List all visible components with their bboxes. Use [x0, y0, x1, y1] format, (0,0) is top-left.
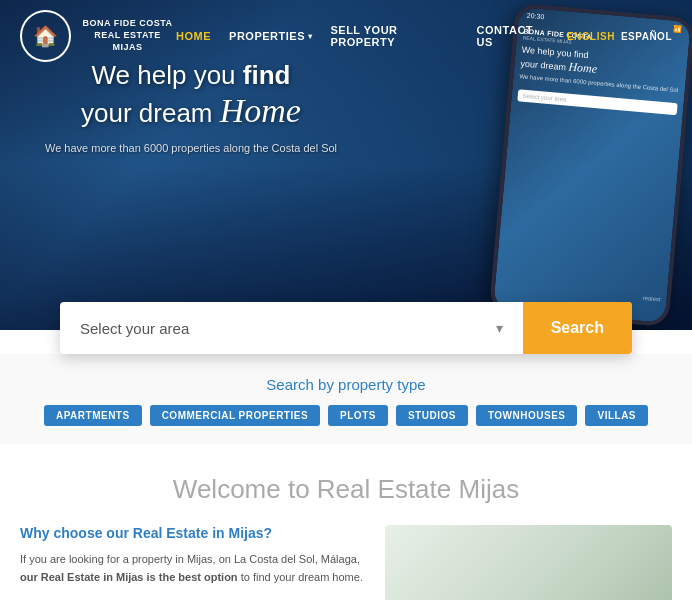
tag-commercial[interactable]: COMMERCIAL PROPERTIES: [150, 405, 320, 426]
lang-english[interactable]: ENGLISH: [567, 31, 615, 42]
nav-home[interactable]: HOME: [176, 30, 211, 42]
lang-spanish[interactable]: ESPAÑOL: [621, 31, 672, 42]
tag-townhouses[interactable]: TOWNHOUSES: [476, 405, 578, 426]
search-button[interactable]: Search: [523, 302, 632, 354]
welcome-para1: If you are looking for a property in Mij…: [20, 551, 365, 586]
area-select[interactable]: Select your area ▾: [60, 302, 523, 354]
logo[interactable]: 🏠 BONA FIDE COSTA REAL ESTATE MIJAS: [20, 10, 176, 62]
logo-icon: 🏠: [20, 10, 71, 62]
welcome-heading: Welcome to Real Estate Mijas: [20, 474, 672, 505]
property-type-heading: Search by property type: [20, 376, 672, 393]
chevron-down-icon: ▾: [308, 32, 313, 41]
nav-properties[interactable]: PROPERTIES ▾: [229, 30, 312, 42]
nav-links: HOME PROPERTIES ▾ SELL YOUR PROPERTY CON…: [176, 24, 672, 48]
logo-text: BONA FIDE COSTA REAL ESTATE MIJAS: [79, 18, 176, 53]
tag-studios[interactable]: STUDIOS: [396, 405, 468, 426]
welcome-text: Why choose our Real Estate in Mijas? If …: [20, 525, 365, 600]
property-type-section: Search by property type APARTMENTS COMME…: [0, 354, 692, 444]
hero-section: 🏠 BONA FIDE COSTA REAL ESTATE MIJAS HOME…: [0, 0, 692, 330]
nav-sell[interactable]: SELL YOUR PROPERTY: [330, 24, 458, 48]
tag-apartments[interactable]: APARTMENTS: [44, 405, 142, 426]
tag-villas[interactable]: VILLAS: [585, 405, 648, 426]
language-switcher: ENGLISH ESPAÑOL: [567, 31, 672, 42]
welcome-para2: We have a team of highly qualified profe…: [20, 596, 365, 600]
hero-content: We help you find your dream Home We have…: [30, 60, 352, 154]
hero-subtitle: We have more than 6000 properties along …: [30, 142, 352, 154]
welcome-content: Why choose our Real Estate in Mijas? If …: [20, 525, 672, 600]
welcome-section: Welcome to Real Estate Mijas Why choose …: [0, 444, 692, 600]
search-section: Select your area ▾ Search: [0, 302, 692, 354]
chevron-down-icon: ▾: [496, 320, 503, 336]
area-select-label: Select your area: [80, 320, 189, 337]
welcome-image: [385, 525, 672, 600]
tag-plots[interactable]: PLOTS: [328, 405, 388, 426]
search-bar: Select your area ▾ Search: [60, 302, 632, 354]
phone-bottom: realest: [495, 282, 667, 303]
navbar: 🏠 BONA FIDE COSTA REAL ESTATE MIJAS HOME…: [0, 0, 692, 72]
property-tags: APARTMENTS COMMERCIAL PROPERTIES PLOTS S…: [20, 405, 672, 426]
welcome-subheading: Why choose our Real Estate in Mijas?: [20, 525, 365, 541]
nav-contact[interactable]: CONTACT US: [477, 24, 549, 48]
